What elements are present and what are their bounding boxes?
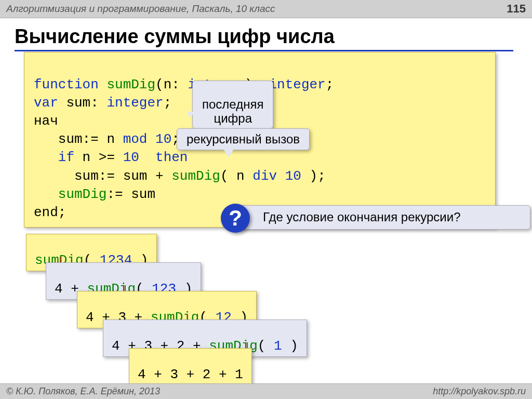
callout-question: Где условие окончания рекурсии?: [231, 205, 530, 230]
subject-label: Алгоритмизация и программирование, Паска…: [6, 3, 275, 15]
step-5: 4 + 3 + 2 + 1: [129, 348, 252, 385]
footer-url: http://kpolyakov.spb.ru: [433, 386, 526, 397]
author-label: © К.Ю. Поляков, Е.А. Ерёмин, 2013: [6, 386, 160, 397]
slide-footer: © К.Ю. Поляков, Е.А. Ерёмин, 2013 http:/…: [0, 383, 532, 399]
question-mark-icon: ?: [221, 204, 250, 233]
slide-header: Алгоритмизация и программирование, Паска…: [0, 0, 532, 18]
callout-last-digit: последняя цифра: [192, 81, 273, 129]
callout-recursive-tail: [223, 149, 234, 157]
slide-title: Вычисление суммы цифр числа: [15, 25, 513, 51]
callout-recursive: рекурсивный вызов: [177, 128, 310, 150]
page-number: 115: [507, 2, 526, 16]
callout-last-digit-tail: [188, 112, 197, 117]
